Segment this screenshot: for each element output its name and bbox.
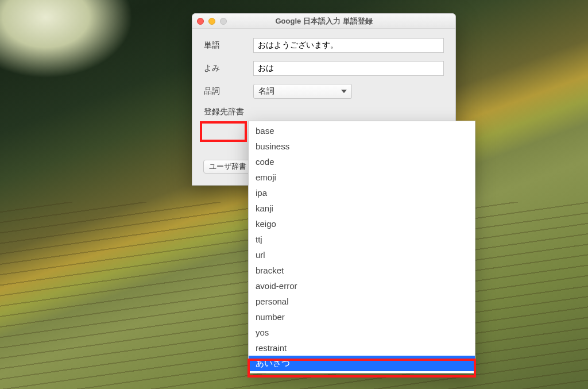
window-controls: [197, 18, 227, 25]
dropdown-item[interactable]: あいさつ: [249, 356, 475, 371]
dropdown-item[interactable]: url: [249, 247, 475, 263]
dropdown-item-label: kanji: [256, 203, 273, 213]
dropdown-item[interactable]: bracket: [249, 263, 475, 278]
dropdown-item[interactable]: ipa: [249, 185, 475, 201]
pos-value: 名詞: [258, 86, 274, 97]
window-title: Google 日本語入力 単語登録: [192, 16, 455, 26]
user-dictionary-button[interactable]: ユーザ辞書: [203, 160, 252, 174]
dropdown-item-label: code: [256, 157, 274, 167]
pos-label: 品詞: [204, 86, 253, 97]
dictionary-dropdown[interactable]: basebusinesscodeemojiipakanjikeigottjurl…: [248, 121, 475, 373]
dropdown-item[interactable]: personal: [249, 294, 475, 309]
dropdown-item[interactable]: ttj: [249, 232, 475, 247]
maximize-icon: [220, 18, 227, 25]
pos-select[interactable]: 名詞: [253, 84, 352, 99]
minimize-icon[interactable]: [208, 18, 215, 25]
dropdown-item-label: あいさつ: [256, 358, 290, 369]
word-input[interactable]: [253, 38, 444, 53]
dropdown-item-label: avoid-error: [256, 281, 297, 291]
dropdown-item[interactable]: avoid-error: [249, 278, 475, 294]
dropdown-item-label: ipa: [256, 188, 267, 198]
dropdown-item[interactable]: business: [249, 138, 475, 154]
dropdown-item-label: base: [256, 126, 274, 136]
dropdown-item-label: emoji: [256, 172, 276, 182]
dropdown-item-label: personal: [256, 296, 289, 306]
dropdown-item[interactable]: emoji: [249, 170, 475, 185]
dropdown-item[interactable]: yos: [249, 325, 475, 340]
yomi-label: よみ: [204, 63, 253, 74]
dictionary-label: 登録先辞書: [204, 107, 253, 117]
dropdown-item-label: number: [256, 312, 285, 322]
chevron-down-icon: [341, 90, 347, 93]
titlebar: Google 日本語入力 単語登録: [192, 14, 455, 29]
dropdown-item[interactable]: number: [249, 309, 475, 325]
dropdown-item-label: business: [256, 141, 289, 151]
dropdown-item[interactable]: code: [249, 154, 475, 170]
dropdown-item[interactable]: restraint: [249, 340, 475, 356]
dropdown-item-label: bracket: [256, 265, 284, 275]
yomi-input[interactable]: [253, 61, 444, 76]
dropdown-item-label: yos: [256, 328, 269, 337]
dropdown-item-label: ttj: [256, 234, 262, 244]
dropdown-item[interactable]: base: [249, 123, 475, 138]
dropdown-item-label: keigo: [256, 219, 276, 229]
dropdown-item[interactable]: keigo: [249, 216, 475, 232]
dropdown-item[interactable]: kanji: [249, 201, 475, 216]
dropdown-item-label: url: [256, 250, 265, 260]
dropdown-item-label: restraint: [256, 343, 287, 353]
close-icon[interactable]: [197, 18, 204, 25]
word-label: 単語: [204, 40, 253, 51]
